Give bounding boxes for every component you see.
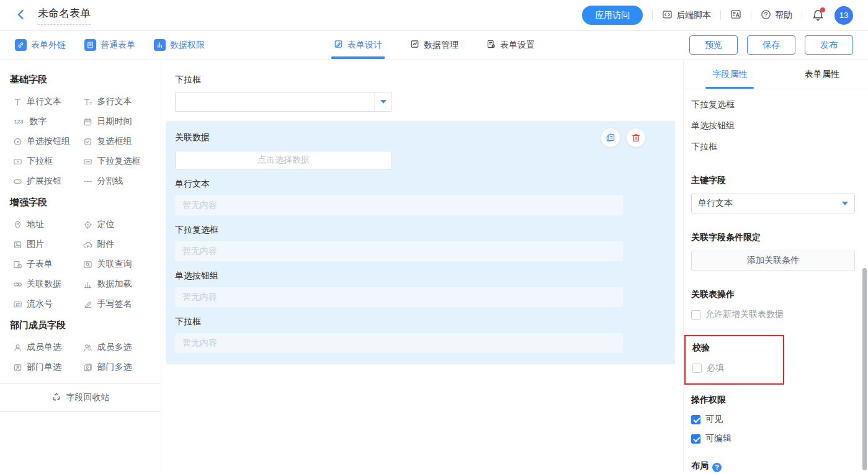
data-load-icon xyxy=(83,280,93,289)
sidebar-item-label: 子表单 xyxy=(27,259,53,270)
block-header: 关联数据 xyxy=(175,128,666,147)
sidebar-item-signature[interactable]: 手写签名 xyxy=(81,294,151,314)
help-button[interactable]: 帮助 xyxy=(761,9,792,22)
block-subfield-label: 下拉复选框 xyxy=(175,225,666,236)
recycle-bin-label: 字段回收站 xyxy=(66,392,110,403)
sidebar-item-label: 分割线 xyxy=(97,176,123,187)
block-subfield-input[interactable]: 暂无内容 xyxy=(175,241,623,261)
canvas-dropdown-select[interactable] xyxy=(175,92,392,112)
block-subfield-input[interactable]: 暂无内容 xyxy=(175,195,623,215)
external-link-icon xyxy=(15,39,27,51)
block-subfield-input[interactable]: 暂无内容 xyxy=(175,333,623,353)
sidebar-item-image[interactable]: 图片 xyxy=(10,235,81,254)
sidebar-item-divider-line[interactable]: 分割线 xyxy=(81,171,151,191)
publish-button[interactable]: 发布 xyxy=(805,35,853,55)
allow-add-related-checkbox-row[interactable]: 允许新增关联表数据 xyxy=(691,309,855,320)
app-access-button[interactable]: 应用访问 xyxy=(582,6,643,25)
backend-script-button[interactable]: 后端脚本 xyxy=(662,9,711,22)
sidebar-item-serial-number[interactable]: 流水号 xyxy=(10,294,81,314)
sidebar-item-dropdown[interactable]: 下拉框 xyxy=(10,151,81,171)
preview-button[interactable]: 预览 xyxy=(689,35,738,55)
sidebar-item-related-data[interactable]: 关联数据 xyxy=(10,274,81,294)
block-actions xyxy=(601,128,645,147)
panel-tabs: 字段属性 表单属性 xyxy=(684,60,868,89)
checkbox-checked[interactable] xyxy=(691,415,700,424)
checkbox-group-icon xyxy=(83,137,93,146)
toolbar-link-plain-form[interactable]: 普通表单 xyxy=(84,39,135,51)
permission-checkbox-row[interactable]: 可见 xyxy=(691,414,855,425)
add-condition-button[interactable]: 添加关联条件 xyxy=(691,251,855,271)
tab-label: 数据管理 xyxy=(424,40,459,51)
toolbar-link-label: 数据权限 xyxy=(170,40,205,51)
sidebar-item-radio-group[interactable]: 单选按钮组 xyxy=(10,132,81,151)
sidebar-item-multi-line-text[interactable]: 多行文本 xyxy=(81,92,151,112)
block-subfield-input[interactable]: 暂无内容 xyxy=(175,287,623,307)
location-icon xyxy=(83,220,93,230)
radio-group-icon xyxy=(12,137,22,146)
recycle-icon xyxy=(51,392,61,404)
back-button[interactable] xyxy=(15,9,27,22)
panel-field-list-item[interactable]: 下拉复选框 xyxy=(691,94,855,115)
sidebar-item-related-query[interactable]: 关联查询 xyxy=(81,254,151,274)
sidebar-item-member-multi[interactable]: 成员多选 xyxy=(81,338,151,357)
tab-form-properties[interactable]: 表单属性 xyxy=(776,60,868,89)
validation-title: 校验 xyxy=(692,342,776,354)
header-right: 应用访问 后端脚本 帮助 xyxy=(582,6,853,25)
tab-data-manage[interactable]: 数据管理 xyxy=(409,31,459,59)
data-picker-input[interactable]: 点击选择数据 xyxy=(175,151,392,169)
sidebar-item-checkbox-group[interactable]: 复选框组 xyxy=(81,132,151,151)
dept-multi-icon xyxy=(83,363,93,372)
toolbar-link-data-permission[interactable]: 数据权限 xyxy=(154,39,205,51)
sidebar-item-data-load[interactable]: 数据加载 xyxy=(81,274,151,294)
toolbar-link-external-link[interactable]: 表单外链 xyxy=(15,39,66,51)
form-settings-icon xyxy=(486,39,496,51)
divider xyxy=(0,411,161,412)
checkbox-unchecked[interactable] xyxy=(692,364,702,373)
primary-key-select[interactable]: 单行文本 xyxy=(691,194,855,213)
tab-form-settings[interactable]: 表单设置 xyxy=(486,31,535,59)
sidebar-item-expand-button[interactable]: 扩展按钮 xyxy=(10,171,81,191)
sidebar-item-address[interactable]: 地址 xyxy=(10,215,81,235)
dept-single-icon xyxy=(12,363,22,372)
permission-checkbox-row[interactable]: 可编辑 xyxy=(691,433,855,444)
sidebar-item-attachment[interactable]: 附件 xyxy=(81,235,151,254)
selected-field-block[interactable]: 关联数据 点击选择数据 单行文本暂无内容下拉复选框暂无内容单选按钮组暂无内容下拉… xyxy=(166,121,675,364)
required-checkbox-row[interactable]: 必填 xyxy=(692,362,776,373)
tab-field-properties[interactable]: 字段属性 xyxy=(684,60,776,89)
sidebar-item-single-line-text[interactable]: 单行文本 xyxy=(10,92,81,112)
divider xyxy=(652,10,653,20)
page: 未命名表单 应用访问 后端脚本 帮助 xyxy=(0,0,868,474)
signature-icon xyxy=(83,300,93,309)
language-button[interactable] xyxy=(730,9,741,22)
delete-field-button[interactable] xyxy=(627,128,645,147)
sidebar-item-label: 单选按钮组 xyxy=(27,136,70,147)
tab-form-design[interactable]: 表单设计 xyxy=(333,31,382,59)
sidebar-item-subform[interactable]: 子表单 xyxy=(10,254,81,274)
form-canvas[interactable]: 下拉框 关联数据 点击选择数据 xyxy=(161,60,683,473)
validation-highlight-box: 校验 必填 xyxy=(684,335,784,385)
panel-field-list-item[interactable]: 单选按钮组 xyxy=(691,115,855,136)
notification-button[interactable] xyxy=(812,9,825,22)
form-title[interactable]: 未命名表单 xyxy=(38,6,91,25)
layout-help-icon[interactable]: ? xyxy=(712,463,722,472)
checkbox-checked[interactable] xyxy=(691,434,700,444)
data-manage-icon xyxy=(409,39,419,51)
sidebar-item-dept-single[interactable]: 部门单选 xyxy=(10,357,81,377)
checkbox-unchecked[interactable] xyxy=(691,310,700,320)
sidebar-item-number[interactable]: 123数字 xyxy=(10,112,81,132)
sidebar-item-dropdown-multi[interactable]: 下拉复选框 xyxy=(81,151,151,171)
avatar[interactable]: 13 xyxy=(834,6,853,25)
serial-number-icon xyxy=(12,300,22,309)
panel-field-list-item[interactable]: 下拉框 xyxy=(691,136,855,158)
copy-field-button[interactable] xyxy=(601,128,620,147)
sidebar-item-datetime[interactable]: 日期时间 xyxy=(81,112,151,132)
save-button[interactable]: 保存 xyxy=(747,35,795,55)
sidebar-item-dept-multi[interactable]: 部门多选 xyxy=(81,357,151,377)
sidebar-item-member-single[interactable]: 成员单选 xyxy=(10,338,81,357)
checkbox-label: 可见 xyxy=(705,414,723,425)
field-recycle-bin[interactable]: 字段回收站 xyxy=(10,384,151,411)
primary-key-title: 主键字段 xyxy=(691,175,855,186)
sidebar-item-label: 关联数据 xyxy=(27,279,61,290)
sidebar-item-location[interactable]: 定位 xyxy=(81,215,151,235)
panel-scrollbar[interactable] xyxy=(862,268,867,470)
